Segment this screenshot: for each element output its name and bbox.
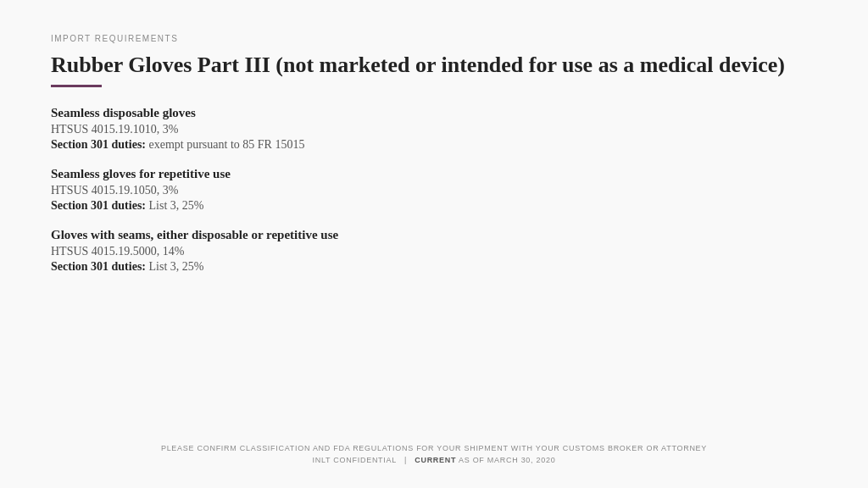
- footer-separator: |: [404, 456, 407, 464]
- item-gloves-with-seams: Gloves with seams, either disposable or …: [51, 228, 817, 274]
- page-container: Import Requirements Rubber Gloves Part I…: [0, 0, 868, 488]
- duties-label-3: Section 301 duties:: [51, 260, 149, 273]
- item-seamless-repetitive: Seamless gloves for repetitive use HTSUS…: [51, 167, 817, 213]
- item-title-2: Seamless gloves for repetitive use: [51, 167, 817, 181]
- duties-value-3: List 3, 25%: [149, 260, 204, 273]
- item-title-1: Seamless disposable gloves: [51, 106, 817, 120]
- duties-value-2: List 3, 25%: [149, 199, 204, 212]
- duties-label-2: Section 301 duties:: [51, 199, 149, 212]
- item-seamless-disposable: Seamless disposable gloves HTSUS 4015.19…: [51, 106, 817, 152]
- item-title-3: Gloves with seams, either disposable or …: [51, 228, 817, 242]
- footer-date: as of March 30, 2020: [459, 456, 555, 464]
- item-duties-3: Section 301 duties: List 3, 25%: [51, 260, 817, 274]
- duties-label-1: Section 301 duties:: [51, 138, 149, 151]
- footer: Please confirm classification and FDA re…: [51, 444, 817, 464]
- section-label: Import Requirements: [51, 34, 817, 43]
- item-htsus-2: HTSUS 4015.19.1050, 3%: [51, 184, 817, 197]
- item-htsus-3: HTSUS 4015.19.5000, 14%: [51, 245, 817, 258]
- page-title: Rubber Gloves Part III (not marketed or …: [51, 52, 817, 78]
- item-htsus-1: HTSUS 4015.19.1010, 3%: [51, 123, 817, 136]
- duties-value-1: exempt pursuant to 85 FR 15015: [149, 138, 305, 151]
- title-underline: [51, 85, 102, 87]
- footer-company: INLT Confidential: [313, 456, 397, 464]
- footer-current: Current: [415, 456, 456, 464]
- footer-disclaimer: Please confirm classification and FDA re…: [51, 444, 817, 452]
- item-duties-2: Section 301 duties: List 3, 25%: [51, 199, 817, 213]
- item-duties-1: Section 301 duties: exempt pursuant to 8…: [51, 138, 817, 152]
- footer-credits: INLT Confidential | Current as of March …: [51, 456, 817, 464]
